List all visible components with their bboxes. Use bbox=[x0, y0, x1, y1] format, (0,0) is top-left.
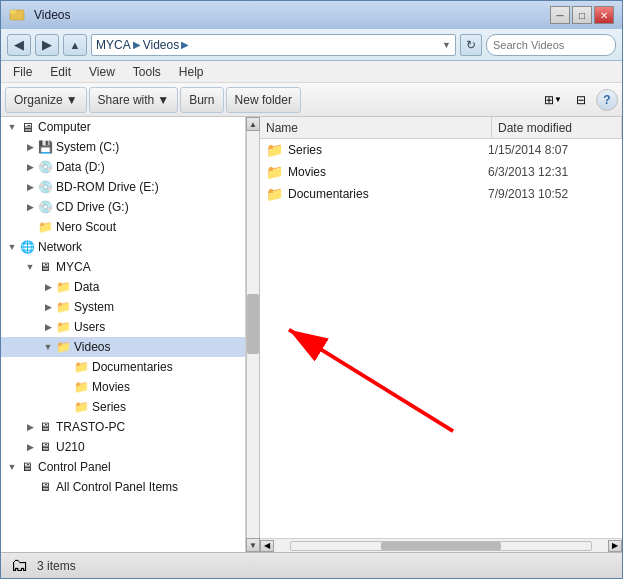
menu-view[interactable]: View bbox=[81, 63, 123, 81]
expand-users[interactable]: ▶ bbox=[41, 320, 55, 334]
horizontal-scrollbar[interactable]: ◀ ▶ bbox=[260, 538, 622, 552]
users-folder-icon: 📁 bbox=[55, 319, 71, 335]
expand-network[interactable]: ▼ bbox=[5, 240, 19, 254]
expand-data-d[interactable]: ▶ bbox=[23, 160, 37, 174]
sidebar[interactable]: ▼ 🖥 Computer ▶ 💾 System (C:) ▶ 💿 Data (D… bbox=[1, 117, 246, 552]
expand-trasto[interactable]: ▶ bbox=[23, 420, 37, 434]
scroll-left-button[interactable]: ◀ bbox=[260, 540, 274, 552]
col-date-label: Date modified bbox=[498, 121, 572, 135]
sidebar-label-system: System bbox=[74, 300, 114, 314]
address-bar: ◀ ▶ ▲ MYCA ▶ Videos ▶ ▼ ↻ 🔍 bbox=[1, 29, 622, 61]
sidebar-item-control-panel[interactable]: ▼ 🖥 Control Panel bbox=[1, 457, 245, 477]
sidebar-item-cd-g[interactable]: ▶ 💿 CD Drive (G:) bbox=[1, 197, 245, 217]
menu-tools[interactable]: Tools bbox=[125, 63, 169, 81]
sidebar-item-data-d[interactable]: ▶ 💿 Data (D:) bbox=[1, 157, 245, 177]
toolbar: Organize ▼ Share with ▼ Burn New folder … bbox=[1, 83, 622, 117]
sidebar-item-system-c[interactable]: ▶ 💾 System (C:) bbox=[1, 137, 245, 157]
h-scroll-track[interactable] bbox=[290, 541, 592, 551]
u210-icon: 🖥 bbox=[37, 439, 53, 455]
sidebar-item-bdrom[interactable]: ▶ 💿 BD-ROM Drive (E:) bbox=[1, 177, 245, 197]
back-button[interactable]: ◀ bbox=[7, 34, 31, 56]
sidebar-label-movies-sub: Movies bbox=[92, 380, 130, 394]
path-dropdown-icon[interactable]: ▼ bbox=[442, 40, 451, 50]
sidebar-item-network[interactable]: ▼ 🌐 Network bbox=[1, 237, 245, 257]
sidebar-item-trasto[interactable]: ▶ 🖥 TRASTO-PC bbox=[1, 417, 245, 437]
search-box[interactable]: 🔍 bbox=[486, 34, 616, 56]
file-row-movies[interactable]: 📁 Movies 6/3/2013 12:31 bbox=[260, 161, 622, 183]
videos-folder-icon: 📁 bbox=[55, 339, 71, 355]
file-row-documentaries[interactable]: 📁 Documentaries 7/9/2013 10:52 bbox=[260, 183, 622, 205]
sidebar-item-computer[interactable]: ▼ 🖥 Computer bbox=[1, 117, 245, 137]
menu-help[interactable]: Help bbox=[171, 63, 212, 81]
scroll-down-button[interactable]: ▼ bbox=[246, 538, 260, 552]
file-list[interactable]: 📁 Series 1/15/2014 8:07 📁 Movies 6/3/201… bbox=[260, 139, 622, 538]
path-folder: Videos bbox=[143, 38, 179, 52]
file-row-series[interactable]: 📁 Series 1/15/2014 8:07 bbox=[260, 139, 622, 161]
maximize-button[interactable]: □ bbox=[572, 6, 592, 24]
path-sep2: ▶ bbox=[181, 39, 189, 50]
expand-computer[interactable]: ▼ bbox=[5, 120, 19, 134]
expand-bdrom[interactable]: ▶ bbox=[23, 180, 37, 194]
burn-button[interactable]: Burn bbox=[180, 87, 223, 113]
sidebar-item-u210[interactable]: ▶ 🖥 U210 bbox=[1, 437, 245, 457]
expand-system-c[interactable]: ▶ bbox=[23, 140, 37, 154]
computer-icon: 🖥 bbox=[19, 119, 35, 135]
col-header-date[interactable]: Date modified bbox=[492, 117, 622, 138]
sidebar-label-data-d: Data (D:) bbox=[56, 160, 105, 174]
col-header-name[interactable]: Name bbox=[260, 117, 492, 138]
sidebar-item-videos[interactable]: ▼ 📁 Videos bbox=[1, 337, 245, 357]
forward-button[interactable]: ▶ bbox=[35, 34, 59, 56]
expand-myca[interactable]: ▼ bbox=[23, 260, 37, 274]
scroll-track[interactable] bbox=[246, 131, 260, 538]
expand-system[interactable]: ▶ bbox=[41, 300, 55, 314]
scroll-up-button[interactable]: ▲ bbox=[246, 117, 260, 131]
sidebar-item-data[interactable]: ▶ 📁 Data bbox=[1, 277, 245, 297]
svg-rect-1 bbox=[10, 10, 16, 14]
sidebar-item-series-sub[interactable]: 📁 Series bbox=[1, 397, 245, 417]
title-bar: Videos ─ □ ✕ bbox=[1, 1, 622, 29]
address-path[interactable]: MYCA ▶ Videos ▶ ▼ bbox=[91, 34, 456, 56]
sidebar-item-nero[interactable]: 📁 Nero Scout bbox=[1, 217, 245, 237]
minimize-button[interactable]: ─ bbox=[550, 6, 570, 24]
refresh-button[interactable]: ↻ bbox=[460, 34, 482, 56]
sidebar-label-computer: Computer bbox=[38, 120, 91, 134]
main-wrapper: ▼ 🖥 Computer ▶ 💾 System (C:) ▶ 💿 Data (D… bbox=[1, 117, 622, 552]
movies-name: Movies bbox=[288, 165, 488, 179]
search-input[interactable] bbox=[493, 39, 623, 51]
expand-data[interactable]: ▶ bbox=[41, 280, 55, 294]
sidebar-item-myca[interactable]: ▼ 🖥 MYCA bbox=[1, 257, 245, 277]
share-with-button[interactable]: Share with ▼ bbox=[89, 87, 179, 113]
up-button[interactable]: ▲ bbox=[63, 34, 87, 56]
menu-edit[interactable]: Edit bbox=[42, 63, 79, 81]
expand-cd-g[interactable]: ▶ bbox=[23, 200, 37, 214]
new-folder-button[interactable]: New folder bbox=[226, 87, 301, 113]
help-button[interactable]: ? bbox=[596, 89, 618, 111]
sidebar-item-all-control[interactable]: 🖥 All Control Panel Items bbox=[1, 477, 245, 497]
drive-d-icon: 💿 bbox=[37, 159, 53, 175]
sidebar-scrollbar[interactable]: ▲ ▼ bbox=[246, 117, 260, 552]
scroll-thumb[interactable] bbox=[247, 294, 259, 354]
organize-label: Organize bbox=[14, 93, 63, 107]
window-icon bbox=[9, 7, 25, 23]
sidebar-item-users[interactable]: ▶ 📁 Users bbox=[1, 317, 245, 337]
documentaries-name: Documentaries bbox=[288, 187, 488, 201]
drive-g-icon: 💿 bbox=[37, 199, 53, 215]
h-scroll-thumb[interactable] bbox=[381, 542, 501, 550]
sidebar-item-documentaries[interactable]: 📁 Documentaries bbox=[1, 357, 245, 377]
view-toggle-button[interactable]: ⊞ ▼ bbox=[540, 89, 566, 111]
expand-videos[interactable]: ▼ bbox=[41, 340, 55, 354]
sidebar-label-all-control: All Control Panel Items bbox=[56, 480, 178, 494]
expand-control-panel[interactable]: ▼ bbox=[5, 460, 19, 474]
scroll-right-button[interactable]: ▶ bbox=[608, 540, 622, 552]
path-root: MYCA bbox=[96, 38, 131, 52]
share-label: Share with bbox=[98, 93, 155, 107]
preview-pane-button[interactable]: ⊟ bbox=[568, 89, 594, 111]
sidebar-item-system[interactable]: ▶ 📁 System bbox=[1, 297, 245, 317]
sidebar-item-movies-sub[interactable]: 📁 Movies bbox=[1, 377, 245, 397]
close-button[interactable]: ✕ bbox=[594, 6, 614, 24]
expand-u210[interactable]: ▶ bbox=[23, 440, 37, 454]
menu-file[interactable]: File bbox=[5, 63, 40, 81]
documentaries-file-icon: 📁 bbox=[264, 184, 284, 204]
organize-button[interactable]: Organize ▼ bbox=[5, 87, 87, 113]
view-icon1: ⊞ bbox=[544, 93, 554, 107]
